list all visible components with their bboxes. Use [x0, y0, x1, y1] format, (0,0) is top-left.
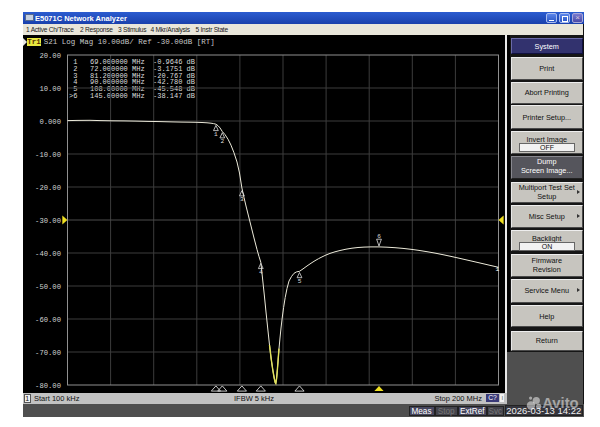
svg-text:Avito: Avito — [542, 395, 578, 411]
svg-text:5: 5 — [298, 278, 302, 285]
svg-text:1: 1 — [214, 131, 218, 138]
svg-text:2: 2 — [220, 138, 224, 145]
svg-text:3: 3 — [240, 196, 244, 203]
svg-text:4: 4 — [259, 269, 263, 276]
svg-text:6: 6 — [377, 233, 381, 240]
svg-text:1: 1 — [495, 266, 499, 273]
